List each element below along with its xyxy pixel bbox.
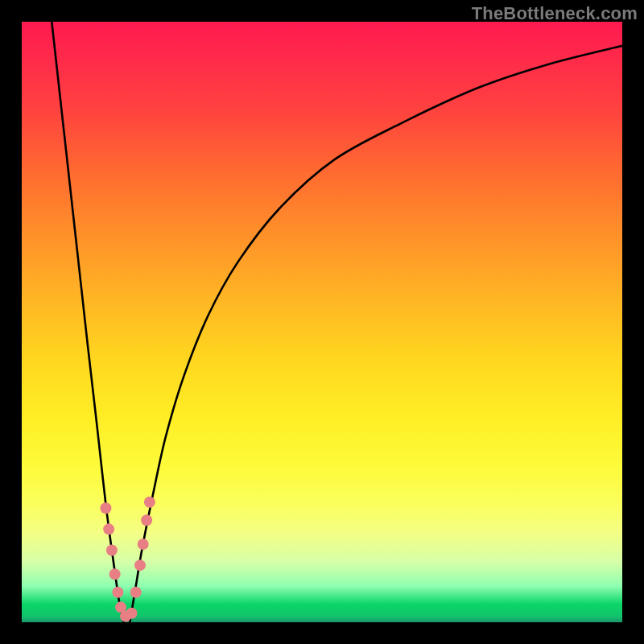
data-marker xyxy=(134,559,146,571)
data-marker xyxy=(103,523,114,535)
data-marker xyxy=(106,544,118,555)
data-marker xyxy=(130,587,142,598)
data-marker xyxy=(112,587,123,598)
curve-right-branch xyxy=(130,46,622,622)
data-marker xyxy=(126,608,138,619)
data-marker xyxy=(100,502,111,514)
data-marker xyxy=(109,568,121,580)
watermark-label: TheBottleneck.com xyxy=(472,3,638,24)
curves-svg xyxy=(22,22,622,622)
data-marker xyxy=(138,539,149,550)
data-marker xyxy=(144,497,155,508)
data-marker xyxy=(141,514,152,526)
markers-group xyxy=(100,497,155,622)
chart-frame: TheBottleneck.com xyxy=(0,0,644,644)
plot-area xyxy=(22,22,622,622)
